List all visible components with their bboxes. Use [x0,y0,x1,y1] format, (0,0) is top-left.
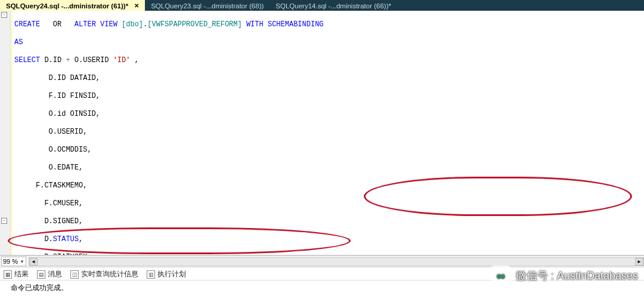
live-stats-label: 实时查询统计信息 [81,269,138,279]
zoom-value: 99 % [3,258,18,265]
wechat-icon: ∞ [491,266,511,286]
chevron-down-icon: ▼ [20,259,24,264]
watermark-text: 微信号 : AustinDatabases [516,269,638,283]
tab-sqlquery24[interactable]: SQLQuery24.sql -...dministrator (61))* ✕ [0,0,145,11]
message-icon: ▤ [37,270,45,279]
outline-collapse-icon[interactable]: - [1,218,7,224]
horizontal-scrollbar[interactable]: ◄ ► [29,257,644,266]
outline-gutter: - - [0,11,11,255]
code-text-area[interactable]: CREATE OR ALTER VIEW [dbo].[VWFSPAPPROVE… [11,11,644,255]
sql-editor[interactable]: - - CREATE OR ALTER VIEW [dbo].[VWFSPAPP… [0,11,644,255]
results-label: 结果 [14,269,29,279]
tab-label: SQLQuery14.sql -...dministrator (66))* [275,2,391,10]
tab-sqlquery23[interactable]: SQLQuery23.sql -...dministrator (68)) [145,0,270,11]
tab-live-stats[interactable]: ◫ 实时查询统计信息 [70,269,138,279]
plan-icon: ▥ [147,270,155,279]
messages-label: 消息 [48,269,62,279]
tab-results[interactable]: ▦ 结果 [4,269,29,279]
document-tab-bar: SQLQuery24.sql -...dministrator (61))* ✕… [0,0,644,11]
tab-messages[interactable]: ▤ 消息 [37,269,62,279]
scroll-left-icon[interactable]: ◄ [29,258,38,266]
tab-label: SQLQuery23.sql -...dministrator (68)) [151,2,264,10]
tab-label: SQLQuery24.sql -...dministrator (61))* [6,2,128,10]
grid-icon: ▦ [4,270,12,279]
outline-collapse-icon[interactable]: - [1,12,7,18]
scroll-right-icon[interactable]: ► [635,258,643,266]
close-icon[interactable]: ✕ [134,2,139,9]
stats-icon: ◫ [70,270,79,279]
watermark: ∞ 微信号 : AustinDatabases [491,266,638,286]
tab-exec-plan[interactable]: ▥ 执行计划 [147,269,186,279]
tab-sqlquery14[interactable]: SQLQuery14.sql -...dministrator (66))* [270,0,397,11]
zoom-select[interactable]: 99 % ▼ [1,257,26,266]
exec-plan-label: 执行计划 [157,269,186,279]
